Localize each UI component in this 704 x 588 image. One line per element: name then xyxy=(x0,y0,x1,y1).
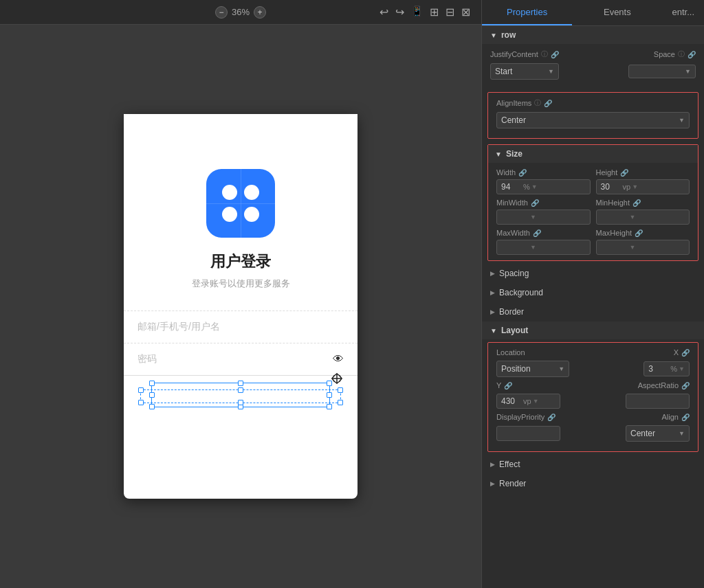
handle-bottom-right[interactable] xyxy=(327,404,332,409)
display-priority-input[interactable] xyxy=(501,429,542,438)
justify-link-icon[interactable]: 🔗 xyxy=(551,51,559,58)
handle-middle-right[interactable] xyxy=(327,392,332,398)
min-width-chevron[interactable]: ▼ xyxy=(530,214,536,220)
layout-icon-1[interactable]: ⊞ xyxy=(430,5,439,19)
justify-content-section: JustifyContent ⓘ 🔗 Space ⓘ 🔗 Start ▼ ▼ xyxy=(482,44,704,89)
handle-bottom-middle[interactable] xyxy=(238,404,243,409)
align-loc-link-icon[interactable]: 🔗 xyxy=(681,414,690,421)
min-size-row: MinWidth 🔗 ▼ MinHeight 🔗 ▼ xyxy=(496,199,690,225)
background-row[interactable]: ▶ Background xyxy=(482,283,704,302)
width-label: Width 🔗 xyxy=(496,168,591,177)
min-width-input[interactable] xyxy=(501,212,529,222)
justify-info-icon[interactable]: ⓘ xyxy=(541,49,548,59)
redo-icon[interactable]: ↪ xyxy=(395,5,404,19)
handle-top-left[interactable] xyxy=(149,381,155,386)
password-row[interactable]: 密码 👁 xyxy=(124,343,358,376)
min-height-input[interactable] xyxy=(601,212,628,222)
aspect-link-icon[interactable]: 🔗 xyxy=(681,382,690,389)
height-unit-chevron[interactable]: ▼ xyxy=(632,183,638,190)
border-row[interactable]: ▶ Border xyxy=(482,302,704,321)
move-icon[interactable] xyxy=(331,372,343,387)
position-select[interactable]: Position ▼ xyxy=(496,361,569,377)
max-width-chevron[interactable]: ▼ xyxy=(530,244,536,251)
inner-handle-tl[interactable] xyxy=(138,387,144,393)
phone-inner: 用户登录 登录账号以使用更多服务 邮箱/手机号/用户名 密码 👁 xyxy=(124,114,358,457)
x-input[interactable] xyxy=(648,364,669,374)
row-label: row xyxy=(501,30,516,40)
handle-middle-left[interactable] xyxy=(149,392,155,398)
space-link-icon[interactable]: 🔗 xyxy=(688,51,696,58)
height-input[interactable] xyxy=(601,182,622,192)
selected-element[interactable] xyxy=(151,383,330,407)
width-unit-chevron[interactable]: ▼ xyxy=(531,183,538,190)
x-link-icon[interactable]: 🔗 xyxy=(681,349,690,357)
device-icon[interactable]: 📱 xyxy=(411,5,423,19)
min-height-link-icon[interactable]: 🔗 xyxy=(632,199,641,207)
inner-handle-bl[interactable] xyxy=(138,400,144,405)
width-unit: % xyxy=(523,183,530,191)
row-section-header[interactable]: ▼ row xyxy=(482,26,704,44)
tab-extra[interactable]: entr... xyxy=(662,0,704,25)
space-info-icon[interactable]: ⓘ xyxy=(678,49,685,59)
email-input-row[interactable]: 邮箱/手机号/用户名 xyxy=(124,310,358,343)
width-link-icon[interactable]: 🔗 xyxy=(518,169,527,177)
priority-link-icon[interactable]: 🔗 xyxy=(547,414,556,421)
layout-icon-2[interactable]: ⊟ xyxy=(446,5,454,19)
min-height-chevron[interactable]: ▼ xyxy=(630,214,636,220)
max-width-group: MaxWidth 🔗 ▼ xyxy=(496,229,591,255)
aspect-ratio-input[interactable] xyxy=(630,396,658,406)
undo-icon[interactable]: ↩ xyxy=(380,5,388,19)
max-width-link-icon[interactable]: 🔗 xyxy=(533,229,541,237)
inner-handle-tr[interactable] xyxy=(338,387,343,393)
size-section-header[interactable]: ▼ Size xyxy=(488,145,698,163)
handle-bottom-left[interactable] xyxy=(149,404,155,409)
justify-content-select[interactable]: Start ▼ xyxy=(490,63,559,80)
y-link-icon[interactable]: 🔗 xyxy=(504,382,512,389)
canvas-toolbar: − 36% + ↩ ↪ 📱 ⊞ ⊟ ⊠ xyxy=(0,0,481,25)
min-width-link-icon[interactable]: 🔗 xyxy=(531,199,539,207)
render-row[interactable]: ▶ Render xyxy=(482,474,704,493)
zoom-decrease-button[interactable]: − xyxy=(215,6,228,19)
align-select[interactable]: Center ▼ xyxy=(626,425,690,442)
render-label: Render xyxy=(499,479,526,488)
y-aspect-label-row: Y 🔗 AspectRatio 🔗 xyxy=(496,381,690,389)
height-link-icon[interactable]: 🔗 xyxy=(620,169,628,177)
tab-events[interactable]: Events xyxy=(572,0,662,25)
space-select[interactable]: ▼ xyxy=(628,65,696,78)
aspect-ratio-input-group xyxy=(626,394,690,409)
align-info-icon[interactable]: ⓘ xyxy=(534,98,541,108)
y-input[interactable] xyxy=(501,396,522,406)
background-arrow: ▶ xyxy=(490,289,495,296)
position-x-row: Position ▼ % ▼ xyxy=(496,361,690,377)
max-height-input[interactable] xyxy=(601,242,628,252)
eye-icon[interactable]: 👁 xyxy=(333,353,344,365)
spacing-row[interactable]: ▶ Spacing xyxy=(482,264,704,283)
align-link-icon[interactable]: 🔗 xyxy=(544,100,552,107)
canvas-main: 用户登录 登录账号以使用更多服务 邮箱/手机号/用户名 密码 👁 xyxy=(110,25,371,588)
zoom-increase-button[interactable]: + xyxy=(254,6,266,19)
right-panel: Properties Events entr... ▼ row JustifyC… xyxy=(481,0,704,588)
max-height-chevron[interactable]: ▼ xyxy=(630,244,636,251)
inner-handle-br[interactable] xyxy=(338,400,343,405)
max-width-input[interactable] xyxy=(501,242,529,252)
password-placeholder-text: 密码 xyxy=(138,353,157,365)
y-unit-chevron[interactable]: ▼ xyxy=(533,398,539,405)
effect-row[interactable]: ▶ Effect xyxy=(482,455,704,474)
row-arrow-down: ▼ xyxy=(490,32,497,39)
app-icon xyxy=(206,169,275,238)
x-label: X 🔗 xyxy=(674,348,690,357)
align-items-select[interactable]: Center ▼ xyxy=(496,112,690,128)
align-items-section: AlignItems ⓘ 🔗 Center ▼ xyxy=(488,93,698,138)
position-chevron: ▼ xyxy=(558,365,564,372)
width-group: Width 🔗 % ▼ xyxy=(496,168,591,194)
handle-top-middle[interactable] xyxy=(238,381,243,386)
canvas-area: − 36% + ↩ ↪ 📱 ⊞ ⊟ ⊠ xyxy=(0,0,481,588)
width-input[interactable] xyxy=(501,182,522,192)
size-section-highlight: ▼ Size Width 🔗 % ▼ xyxy=(487,144,698,261)
component-icon[interactable]: ⊠ xyxy=(461,5,470,19)
layout-section-header[interactable]: ▼ Layout xyxy=(482,321,704,339)
max-height-link-icon[interactable]: 🔗 xyxy=(635,229,643,237)
tab-properties[interactable]: Properties xyxy=(482,0,572,25)
border-arrow: ▶ xyxy=(490,308,495,315)
x-unit-chevron[interactable]: ▼ xyxy=(679,365,685,372)
